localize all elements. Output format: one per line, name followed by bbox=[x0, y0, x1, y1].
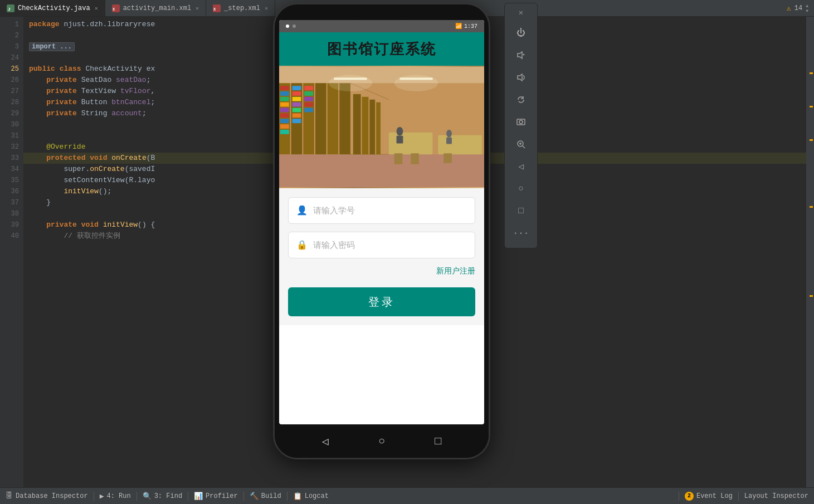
zoom-button[interactable] bbox=[511, 134, 531, 154]
tab-activity-main[interactable]: X activity_main.xml ✕ bbox=[105, 0, 206, 16]
phone-outer: 📶 1:37 图书馆订座系统 bbox=[273, 3, 490, 459]
line-num-2: 2 bbox=[0, 30, 19, 41]
svg-rect-30 bbox=[293, 119, 301, 123]
svg-rect-14 bbox=[339, 83, 350, 154]
home-emulator-button[interactable]: ○ bbox=[511, 179, 531, 199]
line-num-30: 30 bbox=[0, 119, 19, 130]
svg-rect-13 bbox=[328, 83, 339, 154]
tab-close-icon[interactable]: ✕ bbox=[95, 5, 98, 12]
line-num-35: 35 bbox=[0, 175, 19, 186]
layout-inspector-label: Layout Inspector bbox=[744, 492, 808, 500]
java-file-icon: J bbox=[7, 4, 14, 12]
back-emulator-button[interactable]: ◁ bbox=[511, 156, 531, 177]
logcat-label: Logcat bbox=[305, 492, 329, 500]
svg-rect-21 bbox=[280, 119, 289, 123]
svg-rect-38 bbox=[353, 94, 361, 154]
svg-rect-33 bbox=[304, 97, 313, 101]
event-log-button[interactable]: 2 Event Log bbox=[679, 492, 738, 501]
volume-up-button[interactable] bbox=[511, 67, 531, 87]
volume-down-button[interactable] bbox=[511, 45, 531, 65]
phone-bottom-bar: ◁ ○ □ bbox=[275, 424, 489, 458]
line-num-24: 24 bbox=[0, 52, 19, 63]
find-button[interactable]: 🔍 3: Find bbox=[137, 488, 188, 504]
line-num-39: 39 bbox=[0, 219, 19, 231]
recents-emulator-button[interactable]: □ bbox=[511, 201, 531, 221]
phone-screen: 📶 1:37 图书馆订座系统 bbox=[279, 20, 484, 424]
svg-rect-20 bbox=[280, 113, 289, 118]
svg-rect-24 bbox=[293, 86, 301, 90]
svg-point-53 bbox=[329, 75, 373, 92]
tab-label-3: _step.xml bbox=[224, 4, 260, 12]
tab-close-icon-3[interactable]: ✕ bbox=[265, 5, 268, 12]
line-num-26: 26 bbox=[0, 75, 19, 86]
line-num-36: 36 bbox=[0, 186, 19, 197]
profiler-icon: 📊 bbox=[194, 492, 203, 501]
student-id-field[interactable]: 👤 请输入学号 bbox=[288, 197, 475, 224]
tab-label: CheckActivity.java bbox=[18, 4, 90, 12]
database-inspector-label: Database Inspector bbox=[16, 492, 88, 500]
find-label: 3: Find bbox=[154, 492, 182, 500]
svg-rect-46 bbox=[443, 153, 452, 163]
login-form: 👤 请输入学号 🔒 请输入密码 新用户注册 登录 bbox=[279, 188, 484, 325]
warning-navigation[interactable]: ▲ ▼ bbox=[806, 3, 808, 13]
rotate-button[interactable] bbox=[511, 90, 531, 110]
gutter-warning-3 bbox=[810, 139, 813, 141]
svg-rect-48 bbox=[397, 136, 403, 144]
bottom-bar: 🗄 Database Inspector ▶ 4: Run 🔍 3: Find … bbox=[0, 487, 814, 504]
line-num-29: 29 bbox=[0, 108, 19, 119]
profiler-button[interactable]: 📊 Profiler bbox=[188, 488, 243, 504]
phone-container: 📶 1:37 图书馆订座系统 bbox=[273, 3, 501, 476]
line-num-25: 25 bbox=[0, 63, 19, 75]
svg-rect-19 bbox=[280, 108, 289, 112]
tab-step-xml[interactable]: X _step.xml ✕ bbox=[206, 0, 275, 16]
login-button[interactable]: 登录 bbox=[288, 287, 475, 316]
logcat-icon: 📋 bbox=[293, 492, 302, 501]
svg-rect-16 bbox=[280, 91, 289, 96]
app-header: 图书馆订座系统 bbox=[279, 32, 484, 66]
database-inspector-button[interactable]: 🗄 Database Inspector bbox=[0, 488, 94, 504]
tab-close-icon-2[interactable]: ✕ bbox=[196, 5, 199, 12]
layout-inspector-button[interactable]: Layout Inspector bbox=[739, 492, 814, 500]
power-button[interactable]: ⏻ bbox=[511, 23, 531, 43]
library-image bbox=[279, 66, 484, 188]
svg-rect-15 bbox=[280, 86, 289, 90]
line-numbers: 1 2 3 24 25 26 27 28 29 30 31 32 33 34 3… bbox=[0, 17, 23, 487]
profiler-label: Profiler bbox=[206, 492, 238, 500]
register-link[interactable]: 新用户注册 bbox=[288, 266, 475, 276]
bottom-right: 2 Event Log Layout Inspector bbox=[679, 492, 814, 501]
run-icon: ▶ bbox=[100, 492, 104, 501]
tab-label-2: activity_main.xml bbox=[123, 4, 191, 12]
svg-rect-43 bbox=[438, 135, 482, 154]
xml-file-icon-2: X bbox=[213, 4, 221, 12]
screenshot-button[interactable] bbox=[511, 112, 531, 132]
build-button[interactable]: 🔨 Build bbox=[244, 488, 287, 504]
phone-notch bbox=[348, 4, 415, 17]
close-panel-button[interactable]: ✕ bbox=[519, 8, 523, 17]
event-log-label: Event Log bbox=[696, 492, 733, 500]
svg-rect-25 bbox=[293, 91, 301, 96]
app-title: 图书馆订座系统 bbox=[327, 40, 436, 59]
gutter-warning-5 bbox=[810, 295, 813, 297]
build-icon: 🔨 bbox=[250, 492, 259, 501]
tab-check-activity[interactable]: J CheckActivity.java ✕ bbox=[0, 0, 105, 16]
gutter-warning-4 bbox=[810, 206, 813, 208]
line-num-37: 37 bbox=[0, 197, 19, 208]
person-icon: 👤 bbox=[296, 205, 308, 216]
wifi-icon: 📶 bbox=[455, 23, 462, 30]
svg-rect-26 bbox=[293, 97, 301, 101]
notification-dot-2 bbox=[293, 25, 296, 28]
more-emulator-button[interactable]: ··· bbox=[511, 223, 531, 243]
lock-icon: 🔒 bbox=[296, 239, 308, 251]
run-button[interactable]: ▶ 4: Run bbox=[94, 488, 137, 504]
line-num-38: 38 bbox=[0, 208, 19, 219]
svg-rect-32 bbox=[304, 91, 313, 96]
home-nav-button[interactable]: ○ bbox=[378, 435, 385, 448]
line-num-34: 34 bbox=[0, 164, 19, 175]
logcat-button[interactable]: 📋 Logcat bbox=[287, 488, 334, 504]
password-field[interactable]: 🔒 请输入密码 bbox=[288, 232, 475, 258]
recents-nav-button[interactable]: □ bbox=[435, 435, 441, 448]
password-placeholder: 请输入密码 bbox=[313, 240, 355, 251]
svg-text:J: J bbox=[8, 7, 11, 12]
back-nav-button[interactable]: ◁ bbox=[322, 434, 329, 448]
svg-rect-27 bbox=[293, 102, 301, 107]
